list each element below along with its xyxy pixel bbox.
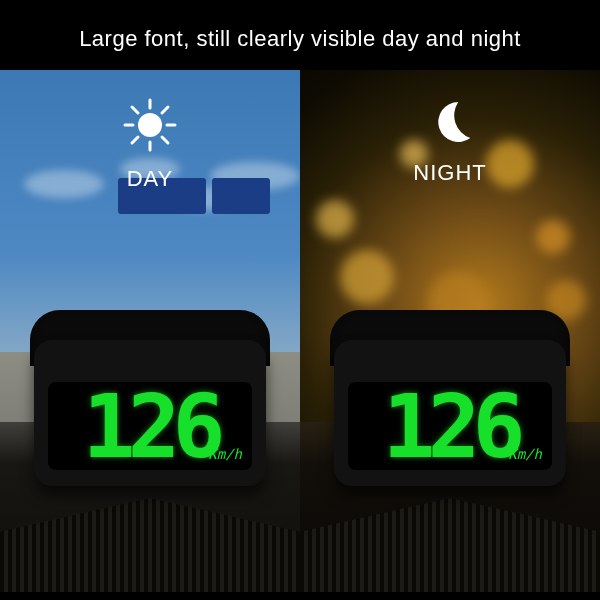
night-label: NIGHT bbox=[413, 160, 486, 186]
bokeh-light bbox=[486, 140, 534, 188]
split-view: DAY 126 Km/h bbox=[0, 70, 600, 592]
headline: Large font, still clearly visible day an… bbox=[0, 0, 600, 70]
air-vents bbox=[300, 498, 600, 592]
bokeh-light bbox=[536, 220, 570, 254]
cloud-icon bbox=[24, 170, 104, 198]
sun-icon bbox=[123, 98, 177, 152]
panel-day: DAY 126 Km/h bbox=[0, 70, 300, 592]
hud-body: 126 Km/h bbox=[334, 340, 566, 486]
hud-body: 126 Km/h bbox=[34, 340, 266, 486]
speed-unit: Km/h bbox=[508, 446, 542, 462]
bokeh-light bbox=[316, 200, 354, 238]
hud-device: 126 Km/h bbox=[330, 310, 570, 486]
bokeh-light bbox=[340, 250, 394, 304]
hud-screen: 126 Km/h bbox=[348, 382, 552, 470]
highway-sign bbox=[212, 178, 270, 214]
night-badge: NIGHT bbox=[413, 98, 486, 186]
speed-unit: Km/h bbox=[208, 446, 242, 462]
svg-point-0 bbox=[138, 113, 162, 137]
svg-line-7 bbox=[162, 107, 168, 113]
svg-line-8 bbox=[132, 137, 138, 143]
product-comparison-frame: Large font, still clearly visible day an… bbox=[0, 0, 600, 600]
air-vents bbox=[0, 498, 300, 592]
day-label: DAY bbox=[123, 166, 177, 192]
hud-device: 126 Km/h bbox=[30, 310, 270, 486]
svg-line-6 bbox=[162, 137, 168, 143]
svg-line-5 bbox=[132, 107, 138, 113]
moon-icon bbox=[426, 98, 474, 146]
day-badge: DAY bbox=[123, 98, 177, 192]
panel-night: NIGHT 126 Km/h bbox=[300, 70, 600, 592]
speed-value: 126 bbox=[383, 375, 518, 478]
hud-screen: 126 Km/h bbox=[48, 382, 252, 470]
speed-value: 126 bbox=[83, 375, 218, 478]
